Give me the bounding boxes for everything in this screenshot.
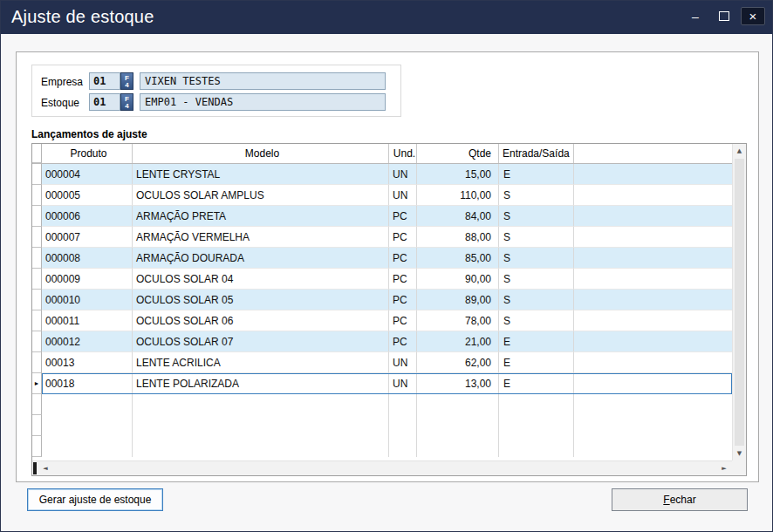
cell-entrada-saida[interactable]: S: [499, 206, 574, 227]
cell-und[interactable]: PC: [389, 227, 417, 248]
grid-row-000009[interactable]: 000009OCULOS SOLAR 04PC90,00S: [32, 269, 732, 290]
generate-adjustment-button[interactable]: Gerar ajuste de estoque: [27, 488, 163, 511]
cell-qtde[interactable]: 13,00: [417, 373, 499, 394]
horizontal-scrollbar[interactable]: ◄ ►: [32, 460, 732, 475]
header-produto[interactable]: Produto: [42, 144, 133, 163]
cell-und[interactable]: UN: [389, 373, 417, 394]
cell-qtde[interactable]: 21,00: [417, 331, 499, 352]
cell-produto[interactable]: 00018: [42, 373, 133, 394]
cell-entrada-saida[interactable]: S: [499, 227, 574, 248]
grid-row-00018[interactable]: ►00018LENTE POLARIZADAUN13,00E: [32, 373, 732, 394]
cell-filler[interactable]: [574, 269, 732, 290]
cell-produto[interactable]: 000011: [42, 310, 133, 331]
cell-produto[interactable]: 000010: [42, 290, 133, 310]
cell-modelo[interactable]: LENTE CRYSTAL: [133, 164, 389, 185]
row-indicator[interactable]: ►: [32, 373, 42, 394]
scroll-down-icon[interactable]: ▼: [733, 447, 746, 460]
cell-modelo[interactable]: ARMAÇÃO DOURADA: [133, 248, 389, 269]
header-und[interactable]: Und.: [389, 144, 417, 163]
close-button[interactable]: ×: [741, 7, 765, 25]
estoque-code-input[interactable]: [89, 93, 120, 111]
cell-und[interactable]: PC: [389, 331, 417, 352]
cell-und[interactable]: UN: [389, 164, 417, 185]
cell-qtde[interactable]: 84,00: [417, 206, 499, 227]
row-indicator[interactable]: [32, 352, 42, 373]
cell-entrada-saida[interactable]: S: [499, 269, 574, 290]
maximize-button[interactable]: [712, 7, 736, 25]
grid-row-000007[interactable]: 000007ARMAÇÃO VERMELHAPC88,00S: [32, 227, 732, 248]
scroll-up-icon[interactable]: ▲: [733, 144, 746, 158]
cell-qtde[interactable]: 62,00: [417, 352, 499, 373]
vertical-scrollbar[interactable]: ▲ ▼: [732, 144, 746, 460]
grid-row-000006[interactable]: 000006ARMAÇÃO PRETAPC84,00S: [32, 206, 732, 227]
cell-modelo[interactable]: LENTE POLARIZADA: [133, 373, 389, 394]
grid-row-000011[interactable]: 000011OCULOS SOLAR 06PC78,00S: [32, 310, 732, 331]
cell-filler[interactable]: [574, 373, 732, 394]
cell-filler[interactable]: [574, 352, 732, 373]
cell-entrada-saida[interactable]: E: [499, 164, 574, 185]
cell-qtde[interactable]: 110,00: [417, 185, 499, 206]
grid-row-000008[interactable]: 000008ARMAÇÃO DOURADAPC85,00S: [32, 248, 732, 269]
cell-qtde[interactable]: 15,00: [417, 164, 499, 185]
grid-row-000005[interactable]: 000005OCULOS SOLAR AMPLUSUN110,00S: [32, 185, 732, 206]
cell-modelo[interactable]: ARMAÇÃO VERMELHA: [133, 227, 389, 248]
row-indicator[interactable]: [32, 206, 42, 227]
cell-filler[interactable]: [574, 310, 732, 331]
grid-row-000010[interactable]: 000010OCULOS SOLAR 05PC89,00S: [32, 290, 732, 310]
cell-produto[interactable]: 000007: [42, 227, 133, 248]
cell-und[interactable]: PC: [389, 248, 417, 269]
grid-row-00013[interactable]: 00013LENTE ACRILICAUN62,00E: [32, 352, 732, 373]
horizontal-scroll-thumb[interactable]: [33, 462, 37, 474]
cell-qtde[interactable]: 88,00: [417, 227, 499, 248]
estoque-f4-button[interactable]: F4: [120, 93, 133, 111]
cell-qtde[interactable]: 90,00: [417, 269, 499, 290]
cell-filler[interactable]: [574, 290, 732, 310]
cell-modelo[interactable]: OCULOS SOLAR 05: [133, 290, 389, 310]
row-indicator[interactable]: [32, 290, 42, 310]
vertical-scroll-thumb[interactable]: [735, 159, 744, 446]
close-dialog-button[interactable]: Fechar: [612, 488, 748, 511]
grid-row-000004[interactable]: 000004LENTE CRYSTALUN15,00E: [32, 164, 732, 185]
cell-modelo[interactable]: LENTE ACRILICA: [133, 352, 389, 373]
row-indicator[interactable]: [32, 248, 42, 269]
row-indicator[interactable]: [32, 310, 42, 331]
cell-produto[interactable]: 000004: [42, 164, 133, 185]
cell-produto[interactable]: 00013: [42, 352, 133, 373]
cell-qtde[interactable]: 89,00: [417, 290, 499, 310]
cell-modelo[interactable]: OCULOS SOLAR 04: [133, 269, 389, 290]
cell-modelo[interactable]: OCULOS SOLAR 07: [133, 331, 389, 352]
row-indicator[interactable]: [32, 164, 42, 185]
cell-filler[interactable]: [574, 248, 732, 269]
cell-und[interactable]: PC: [389, 206, 417, 227]
cell-entrada-saida[interactable]: E: [499, 331, 574, 352]
cell-und[interactable]: UN: [389, 185, 417, 206]
cell-modelo[interactable]: OCULOS SOLAR AMPLUS: [133, 185, 389, 206]
scroll-right-icon[interactable]: ►: [717, 461, 731, 475]
cell-und[interactable]: PC: [389, 310, 417, 331]
cell-entrada-saida[interactable]: S: [499, 290, 574, 310]
cell-filler[interactable]: [574, 227, 732, 248]
scroll-left-icon[interactable]: ◄: [38, 461, 52, 475]
cell-produto[interactable]: 000012: [42, 331, 133, 352]
cell-modelo[interactable]: OCULOS SOLAR 06: [133, 310, 389, 331]
cell-und[interactable]: PC: [389, 269, 417, 290]
cell-und[interactable]: PC: [389, 290, 417, 310]
cell-entrada-saida[interactable]: S: [499, 310, 574, 331]
header-entrada-saida[interactable]: Entrada/Saída: [499, 144, 574, 163]
cell-qtde[interactable]: 78,00: [417, 310, 499, 331]
grid-row-000012[interactable]: 000012OCULOS SOLAR 07PC21,00E: [32, 331, 732, 352]
cell-filler[interactable]: [574, 164, 732, 185]
cell-produto[interactable]: 000006: [42, 206, 133, 227]
row-indicator[interactable]: [32, 185, 42, 206]
cell-filler[interactable]: [574, 331, 732, 352]
cell-qtde[interactable]: 85,00: [417, 248, 499, 269]
empresa-code-input[interactable]: [89, 72, 120, 90]
row-indicator[interactable]: [32, 331, 42, 352]
header-modelo[interactable]: Modelo: [133, 144, 389, 163]
cell-entrada-saida[interactable]: E: [499, 352, 574, 373]
cell-produto[interactable]: 000005: [42, 185, 133, 206]
cell-entrada-saida[interactable]: S: [499, 185, 574, 206]
cell-filler[interactable]: [574, 206, 732, 227]
header-qtde[interactable]: Qtde: [417, 144, 499, 163]
minimize-button[interactable]: –: [683, 7, 708, 25]
